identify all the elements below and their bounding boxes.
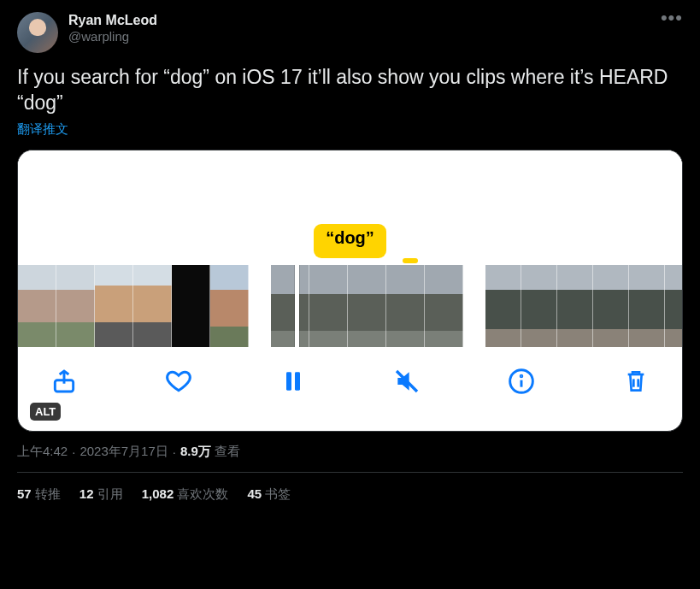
attached-media[interactable]: “dog” bbox=[17, 150, 683, 432]
tweet-text: If you search for “dog” on iOS 17 it’ll … bbox=[17, 65, 683, 116]
retweets-label: 转推 bbox=[35, 486, 61, 501]
author-name: Ryan McLeod bbox=[68, 12, 650, 29]
views-count: 8.9万 bbox=[180, 444, 211, 460]
alt-badge[interactable]: ALT bbox=[30, 403, 61, 421]
tweet-container: Ryan McLeod @warpling ••• If you search … bbox=[0, 0, 700, 503]
svg-rect-2 bbox=[295, 372, 300, 390]
timeline-clip bbox=[18, 265, 249, 347]
translate-link[interactable]: 翻译推文 bbox=[17, 121, 683, 138]
media-toolbar bbox=[18, 347, 682, 397]
heart-icon[interactable] bbox=[163, 366, 194, 397]
tweet-meta: 上午4:42 · 2023年7月17日 · 8.9万 查看 bbox=[17, 444, 683, 460]
svg-rect-1 bbox=[286, 372, 291, 390]
quotes-count: 12 bbox=[79, 486, 94, 501]
author-handle: @warpling bbox=[68, 29, 650, 45]
trash-icon[interactable] bbox=[621, 366, 651, 397]
bookmarks-label: 书签 bbox=[265, 486, 291, 501]
views-label-text: 查看 bbox=[215, 444, 240, 460]
meta-separator: · bbox=[72, 445, 75, 459]
likes-count: 1,082 bbox=[142, 486, 174, 501]
timeline-clip bbox=[271, 265, 463, 347]
bookmarks-count: 45 bbox=[247, 486, 262, 501]
mute-icon[interactable] bbox=[391, 366, 422, 397]
svg-point-6 bbox=[521, 375, 522, 377]
playhead bbox=[295, 265, 299, 347]
likes-label: 喜欢次数 bbox=[177, 486, 228, 501]
caption-bubble-row: “dog” bbox=[18, 224, 682, 258]
author-block[interactable]: Ryan McLeod @warpling bbox=[68, 12, 650, 45]
stat-quotes[interactable]: 12 引用 bbox=[79, 486, 123, 503]
more-icon[interactable]: ••• bbox=[661, 7, 683, 29]
meta-time[interactable]: 上午4:42 bbox=[17, 444, 68, 460]
info-icon[interactable] bbox=[506, 366, 537, 397]
timeline-marker bbox=[403, 258, 418, 263]
meta-separator: · bbox=[173, 445, 176, 459]
stat-likes[interactable]: 1,082 喜欢次数 bbox=[142, 486, 229, 503]
meta-date[interactable]: 2023年7月17日 bbox=[79, 444, 168, 460]
caption-bubble: “dog” bbox=[314, 224, 386, 258]
timeline-clip bbox=[485, 265, 682, 347]
stat-retweets[interactable]: 57 转推 bbox=[17, 486, 61, 503]
video-timeline bbox=[18, 265, 682, 347]
tweet-stats: 57 转推 12 引用 1,082 喜欢次数 45 书签 bbox=[17, 473, 683, 503]
pause-icon[interactable] bbox=[278, 366, 309, 397]
share-icon[interactable] bbox=[49, 366, 79, 397]
stat-bookmarks[interactable]: 45 书签 bbox=[247, 486, 291, 503]
avatar[interactable] bbox=[17, 12, 58, 53]
media-whitespace bbox=[18, 150, 682, 224]
retweets-count: 57 bbox=[17, 486, 32, 501]
tweet-header: Ryan McLeod @warpling ••• bbox=[17, 12, 683, 53]
quotes-label: 引用 bbox=[97, 486, 123, 501]
